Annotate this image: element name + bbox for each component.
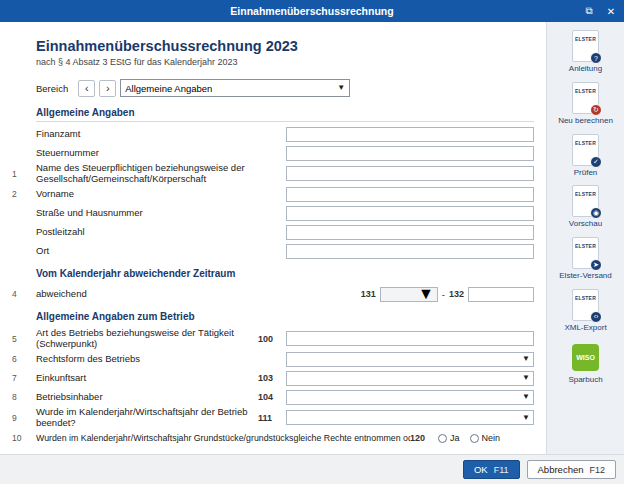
row-number: 2 [10,189,36,199]
art-betrieb-label: Art des Betriebs beziehungsweise der Tät… [36,328,258,350]
row-number: 4 [10,289,36,299]
prev-section-button[interactable]: ‹ [78,80,95,97]
strasse-label: Straße und Hausnummer [36,208,258,219]
field-code-103: 103 [258,373,286,383]
send-badge-icon: ➤ [590,259,602,271]
row-postleitzahl: Postleitzahl [10,223,538,242]
field-code-120: 120 [410,433,438,443]
zeitraum-separator: - [442,289,445,300]
chevron-down-icon: ▼ [522,414,530,422]
row-number: 6 [10,354,36,364]
bereich-navigation: Bereich ‹ › Allgemeine Angaben ▼ [36,79,538,97]
field-code-131: 131 [361,289,376,299]
finanzamt-input[interactable] [286,127,534,142]
main-area: Einnahmenüberschussrechnung 2023 nach § … [0,22,624,454]
sidebar-item-anleitung[interactable]: ELSTER ? Anleitung [547,28,624,77]
section-allgemeine-angaben: Allgemeine Angaben [36,107,534,122]
field-code-100: 100 [258,334,286,344]
radio-ja[interactable]: Ja [438,433,460,443]
row-number: 10 [10,433,36,443]
field-code-111: 111 [258,413,286,423]
chevron-down-icon: ▼ [337,84,345,92]
name-input[interactable] [286,166,534,181]
row-number: 1 [10,169,36,179]
sidebar-item-vorschau[interactable]: ELSTER ◉ Vorschau [547,183,624,232]
radio-circle-icon [470,434,479,443]
grundstuecke-label: Wurden im Kalenderjahr/Wirtschaftsjahr G… [36,433,410,443]
elster-document-icon: ELSTER ✓ [572,134,599,166]
einkunftsart-dropdown[interactable]: ▼ [286,371,534,386]
dialog-window: Einnahmenüberschussrechnung ⧉ ✕ Einnahme… [0,0,624,484]
field-code-104: 104 [258,392,286,402]
rechtsform-dropdown[interactable]: ▼ [286,352,534,367]
ort-input[interactable] [286,244,534,259]
popout-icon[interactable]: ⧉ [580,2,598,20]
next-section-button[interactable]: › [99,80,116,97]
form-content: Einnahmenüberschussrechnung 2023 nach § … [0,22,546,454]
row-name: 1 Name des Steuerpflichtigen beziehungsw… [10,163,538,185]
steuernummer-input[interactable] [286,146,534,161]
bereich-dropdown[interactable]: Allgemeine Angaben ▼ [120,79,350,97]
ok-button[interactable]: OK F11 [463,460,520,479]
sidebar-item-elster-versand[interactable]: ELSTER ➤ Elster-Versand [547,235,624,284]
betriebsinhaber-label: Betriebsinhaber [36,392,258,403]
elster-document-icon: ELSTER ↻ [572,82,599,114]
sidebar-item-sparbuch[interactable]: WISO Sparbuch [547,339,624,388]
sidebar-item-pruefen[interactable]: ELSTER ✓ Prüfen [547,132,624,181]
row-einkunftsart: 7 Einkunftsart 103 ▼ [10,369,538,388]
check-badge-icon: ✓ [590,156,602,168]
eye-badge-icon: ◉ [590,207,602,219]
sidebar-item-xml-export[interactable]: ELSTER ‹› XML-Export [547,287,624,336]
einkunftsart-label: Einkunftsart [36,373,258,384]
wiso-icon: WISO [572,344,599,371]
question-badge-icon: ? [590,52,602,64]
elster-document-icon: ELSTER ➤ [572,237,599,269]
rechtsform-label: Rechtsform des Betriebs [36,354,258,365]
elster-document-icon: ELSTER ? [572,30,599,62]
zeitraum-controls: 131 ▼ - 132 [286,287,534,302]
row-art-betrieb: 5 Art des Betriebs beziehungsweise der T… [10,328,538,350]
close-icon[interactable]: ✕ [602,2,620,20]
field-code-132: 132 [449,289,464,299]
row-strasse: Straße und Hausnummer [10,204,538,223]
postleitzahl-label: Postleitzahl [36,227,258,238]
zeitraum-to-input[interactable] [468,287,534,302]
section-zeitraum: Vom Kalenderjahr abweichender Zeitraum [36,268,534,282]
row-number: 8 [10,392,36,402]
row-betriebsinhaber: 8 Betriebsinhaber 104 ▼ [10,388,538,407]
chevron-down-icon: ▼ [522,393,530,401]
action-sidebar: ELSTER ? Anleitung ELSTER ↻ Neu berechne… [546,22,624,454]
betriebsinhaber-dropdown[interactable]: ▼ [286,390,534,405]
vorname-input[interactable] [286,187,534,202]
name-label: Name des Steuerpflichtigen beziehungswei… [36,163,258,185]
row-abweichend: 4 abweichend 131 ▼ - 132 [10,285,538,304]
beendet-dropdown[interactable]: ▼ [286,410,534,425]
chevron-down-icon: ▼ [418,285,434,303]
section-betrieb: Allgemeine Angaben zum Betrieb [36,311,534,325]
refresh-badge-icon: ↻ [590,104,602,116]
row-beendet: 9 Wurde im Kalenderjahr/Wirtschaftsjahr … [10,407,538,429]
bereich-label: Bereich [36,83,68,94]
chevron-down-icon: ▼ [522,374,530,382]
row-finanzamt: Finanzamt [10,125,538,144]
row-ort: Ort [10,242,538,261]
cancel-button[interactable]: Abbrechen F12 [527,460,616,479]
postleitzahl-input[interactable] [286,225,534,240]
row-number: 5 [10,334,36,344]
vorname-label: Vorname [36,189,258,200]
row-number: 7 [10,373,36,383]
row-vorname: 2 Vorname [10,185,538,204]
grundstuecke-radio-group: Ja Nein [438,433,534,443]
strasse-input[interactable] [286,206,534,221]
sidebar-item-neu-berechnen[interactable]: ELSTER ↻ Neu berechnen [547,80,624,129]
page-title: Einnahmenüberschussrechnung 2023 [36,38,538,54]
zeitraum-from-dropdown[interactable]: ▼ [380,287,438,302]
steuernummer-label: Steuernummer [36,148,258,159]
titlebar-controls: ⧉ ✕ [580,0,620,22]
art-betrieb-input[interactable] [286,331,534,346]
radio-nein[interactable]: Nein [470,433,501,443]
beendet-label: Wurde im Kalenderjahr/Wirtschaftsjahr de… [36,407,258,429]
chevron-down-icon: ▼ [522,355,530,363]
radio-circle-icon [438,434,447,443]
row-steuernummer: Steuernummer [10,144,538,163]
